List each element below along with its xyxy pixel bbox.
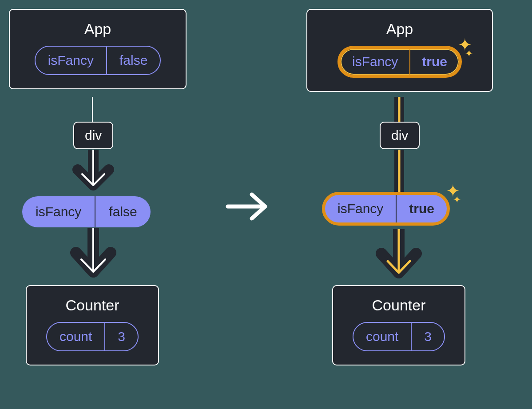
right-div-node: div xyxy=(380,122,420,149)
right-prop-key: isFancy xyxy=(325,195,397,222)
left-app-node: App isFancy false xyxy=(9,9,187,89)
left-prop-pill: isFancy false xyxy=(22,196,151,227)
left-counter-state-key: count xyxy=(47,323,105,350)
right-app-state-value: true xyxy=(410,49,459,75)
left-prop-value: false xyxy=(95,196,150,227)
left-counter-state-value: 3 xyxy=(105,323,138,350)
component-tree-diagram: App isFancy false div isFancy false Coun… xyxy=(0,0,532,409)
transition-arrow-icon xyxy=(224,191,273,224)
right-connector-prop-counter xyxy=(374,229,423,286)
left-div-node: div xyxy=(73,122,113,149)
left-app-state-pill: isFancy false xyxy=(35,46,161,75)
right-counter-state-key: count xyxy=(353,323,412,350)
left-counter-node: Counter count 3 xyxy=(26,285,159,365)
left-div-label: div xyxy=(85,128,102,143)
right-div-label: div xyxy=(391,128,408,143)
left-app-state-value: false xyxy=(107,47,160,74)
right-counter-state-pill: count 3 xyxy=(353,322,445,351)
left-connector-app-div xyxy=(92,97,93,123)
right-prop-value: true xyxy=(397,195,447,222)
right-app-node: App isFancy true ✦✦ xyxy=(306,9,493,92)
left-counter-title: Counter xyxy=(66,297,119,314)
left-app-state-key: isFancy xyxy=(36,47,107,74)
sparkle-icon: ✦✦ xyxy=(457,39,473,57)
right-app-state-pill: isFancy true ✦✦ xyxy=(337,46,462,78)
right-connector-div-prop xyxy=(393,150,405,194)
left-counter-state-pill: count 3 xyxy=(46,322,139,351)
right-app-title: App xyxy=(386,20,413,38)
right-counter-node: Counter count 3 xyxy=(332,285,465,365)
left-app-title: App xyxy=(84,20,111,38)
right-counter-state-value: 3 xyxy=(412,323,444,350)
left-connector-div-prop xyxy=(69,150,118,199)
left-connector-prop-counter xyxy=(69,228,118,285)
sparkle-icon: ✦✦ xyxy=(445,185,461,203)
left-prop-key: isFancy xyxy=(22,196,95,227)
right-connector-app-div xyxy=(393,97,405,123)
right-counter-title: Counter xyxy=(372,297,426,314)
right-app-state-key: isFancy xyxy=(341,49,410,75)
right-prop-pill: isFancy true ✦✦ xyxy=(322,192,450,226)
